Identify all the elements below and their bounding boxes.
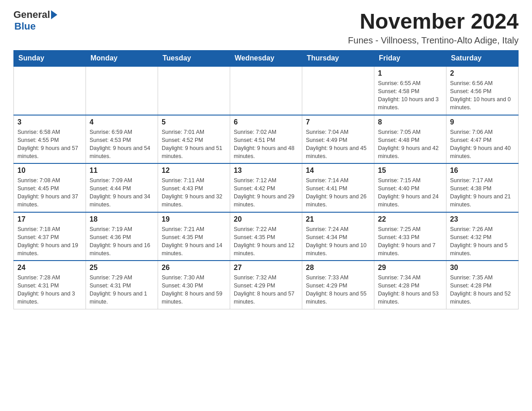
day-number: 2: [450, 69, 515, 77]
day-number: 6: [234, 118, 298, 126]
day-number: 29: [378, 264, 442, 272]
day-number: 1: [378, 69, 442, 77]
calendar-cell: 5Sunrise: 7:01 AM Sunset: 4:52 PM Daylig…: [158, 115, 230, 164]
week-row-4: 17Sunrise: 7:18 AM Sunset: 4:37 PM Dayli…: [14, 212, 519, 261]
day-info: Sunrise: 7:25 AM Sunset: 4:33 PM Dayligh…: [378, 225, 442, 258]
day-info: Sunrise: 7:18 AM Sunset: 4:37 PM Dayligh…: [17, 225, 82, 258]
title-area: November 2024 Funes - Villnoess, Trentin…: [348, 9, 519, 46]
calendar-cell: [86, 66, 158, 115]
day-number: 13: [234, 167, 298, 175]
day-info: Sunrise: 6:59 AM Sunset: 4:53 PM Dayligh…: [90, 128, 154, 161]
day-number: 4: [90, 118, 154, 126]
calendar-cell: 30Sunrise: 7:35 AM Sunset: 4:28 PM Dayli…: [446, 261, 519, 309]
calendar-cell: 28Sunrise: 7:33 AM Sunset: 4:29 PM Dayli…: [302, 261, 374, 309]
calendar-cell: 6Sunrise: 7:02 AM Sunset: 4:51 PM Daylig…: [230, 115, 302, 164]
day-info: Sunrise: 7:22 AM Sunset: 4:35 PM Dayligh…: [234, 225, 298, 258]
day-number: 3: [17, 118, 82, 126]
day-info: Sunrise: 7:26 AM Sunset: 4:32 PM Dayligh…: [450, 225, 515, 258]
day-info: Sunrise: 7:24 AM Sunset: 4:34 PM Dayligh…: [306, 225, 370, 258]
day-info: Sunrise: 7:04 AM Sunset: 4:49 PM Dayligh…: [306, 128, 370, 161]
week-row-3: 10Sunrise: 7:08 AM Sunset: 4:45 PM Dayli…: [14, 163, 519, 212]
calendar-cell: 1Sunrise: 6:55 AM Sunset: 4:58 PM Daylig…: [374, 66, 446, 115]
day-header-saturday: Saturday: [446, 51, 519, 67]
day-info: Sunrise: 7:14 AM Sunset: 4:41 PM Dayligh…: [306, 176, 370, 209]
day-number: 26: [162, 264, 226, 272]
logo-general: General: [13, 9, 50, 21]
day-info: Sunrise: 7:21 AM Sunset: 4:35 PM Dayligh…: [162, 225, 226, 258]
day-info: Sunrise: 7:19 AM Sunset: 4:36 PM Dayligh…: [90, 225, 154, 258]
calendar-cell: 25Sunrise: 7:29 AM Sunset: 4:31 PM Dayli…: [86, 261, 158, 309]
day-number: 30: [450, 264, 515, 272]
calendar-cell: 18Sunrise: 7:19 AM Sunset: 4:36 PM Dayli…: [86, 212, 158, 261]
day-info: Sunrise: 7:01 AM Sunset: 4:52 PM Dayligh…: [162, 128, 226, 161]
calendar-cell: 4Sunrise: 6:59 AM Sunset: 4:53 PM Daylig…: [86, 115, 158, 164]
day-number: 22: [378, 215, 442, 223]
day-number: 27: [234, 264, 298, 272]
logo: General Blue: [13, 9, 57, 32]
day-header-thursday: Thursday: [302, 51, 374, 67]
day-number: 28: [306, 264, 370, 272]
day-info: Sunrise: 6:56 AM Sunset: 4:56 PM Dayligh…: [450, 79, 515, 112]
logo-arrow-icon: [51, 10, 57, 19]
day-info: Sunrise: 7:12 AM Sunset: 4:42 PM Dayligh…: [234, 176, 298, 209]
day-info: Sunrise: 7:05 AM Sunset: 4:48 PM Dayligh…: [378, 128, 442, 161]
day-info: Sunrise: 7:09 AM Sunset: 4:44 PM Dayligh…: [90, 176, 154, 209]
day-info: Sunrise: 7:32 AM Sunset: 4:29 PM Dayligh…: [234, 274, 298, 306]
day-info: Sunrise: 7:02 AM Sunset: 4:51 PM Dayligh…: [234, 128, 298, 161]
calendar-cell: 10Sunrise: 7:08 AM Sunset: 4:45 PM Dayli…: [14, 163, 86, 212]
day-number: 24: [17, 264, 82, 272]
day-number: 14: [306, 167, 370, 175]
day-number: 12: [162, 167, 226, 175]
day-number: 9: [450, 118, 515, 126]
calendar-cell: 14Sunrise: 7:14 AM Sunset: 4:41 PM Dayli…: [302, 163, 374, 212]
day-info: Sunrise: 6:55 AM Sunset: 4:58 PM Dayligh…: [378, 79, 442, 112]
calendar-cell: 23Sunrise: 7:26 AM Sunset: 4:32 PM Dayli…: [446, 212, 519, 261]
day-info: Sunrise: 7:08 AM Sunset: 4:45 PM Dayligh…: [17, 176, 82, 209]
calendar-cell: [14, 66, 86, 115]
day-number: 8: [378, 118, 442, 126]
day-number: 7: [306, 118, 370, 126]
day-number: 15: [378, 167, 442, 175]
day-number: 21: [306, 215, 370, 223]
day-info: Sunrise: 7:29 AM Sunset: 4:31 PM Dayligh…: [90, 274, 154, 306]
calendar-header-row: SundayMondayTuesdayWednesdayThursdayFrid…: [14, 51, 519, 67]
page-header: General Blue November 2024 Funes - Villn…: [13, 9, 519, 46]
calendar-cell: 24Sunrise: 7:28 AM Sunset: 4:31 PM Dayli…: [14, 261, 86, 309]
day-info: Sunrise: 7:11 AM Sunset: 4:43 PM Dayligh…: [162, 176, 226, 209]
calendar-cell: 13Sunrise: 7:12 AM Sunset: 4:42 PM Dayli…: [230, 163, 302, 212]
day-number: 11: [90, 167, 154, 175]
calendar-cell: 20Sunrise: 7:22 AM Sunset: 4:35 PM Dayli…: [230, 212, 302, 261]
page-title: November 2024: [348, 9, 519, 34]
calendar-cell: [302, 66, 374, 115]
day-info: Sunrise: 7:17 AM Sunset: 4:38 PM Dayligh…: [450, 176, 515, 209]
calendar-cell: [158, 66, 230, 115]
calendar-cell: 2Sunrise: 6:56 AM Sunset: 4:56 PM Daylig…: [446, 66, 519, 115]
calendar-cell: 29Sunrise: 7:34 AM Sunset: 4:28 PM Dayli…: [374, 261, 446, 309]
day-header-tuesday: Tuesday: [158, 51, 230, 67]
day-header-sunday: Sunday: [14, 51, 86, 67]
calendar-cell: 26Sunrise: 7:30 AM Sunset: 4:30 PM Dayli…: [158, 261, 230, 309]
calendar-cell: 7Sunrise: 7:04 AM Sunset: 4:49 PM Daylig…: [302, 115, 374, 164]
day-number: 25: [90, 264, 154, 272]
calendar-cell: 27Sunrise: 7:32 AM Sunset: 4:29 PM Dayli…: [230, 261, 302, 309]
day-number: 20: [234, 215, 298, 223]
day-number: 23: [450, 215, 515, 223]
calendar-cell: 9Sunrise: 7:06 AM Sunset: 4:47 PM Daylig…: [446, 115, 519, 164]
day-header-monday: Monday: [86, 51, 158, 67]
day-number: 16: [450, 167, 515, 175]
calendar-cell: 22Sunrise: 7:25 AM Sunset: 4:33 PM Dayli…: [374, 212, 446, 261]
day-info: Sunrise: 7:15 AM Sunset: 4:40 PM Dayligh…: [378, 176, 442, 209]
day-number: 10: [17, 167, 82, 175]
calendar-table: SundayMondayTuesdayWednesdayThursdayFrid…: [13, 50, 519, 309]
week-row-2: 3Sunrise: 6:58 AM Sunset: 4:55 PM Daylig…: [14, 115, 519, 164]
day-number: 17: [17, 215, 82, 223]
day-number: 19: [162, 215, 226, 223]
calendar-cell: [230, 66, 302, 115]
week-row-5: 24Sunrise: 7:28 AM Sunset: 4:31 PM Dayli…: [14, 261, 519, 309]
day-info: Sunrise: 7:33 AM Sunset: 4:29 PM Dayligh…: [306, 274, 370, 306]
day-header-wednesday: Wednesday: [230, 51, 302, 67]
calendar-cell: 11Sunrise: 7:09 AM Sunset: 4:44 PM Dayli…: [86, 163, 158, 212]
calendar-cell: 15Sunrise: 7:15 AM Sunset: 4:40 PM Dayli…: [374, 163, 446, 212]
day-info: Sunrise: 7:28 AM Sunset: 4:31 PM Dayligh…: [17, 274, 82, 306]
calendar-cell: 21Sunrise: 7:24 AM Sunset: 4:34 PM Dayli…: [302, 212, 374, 261]
